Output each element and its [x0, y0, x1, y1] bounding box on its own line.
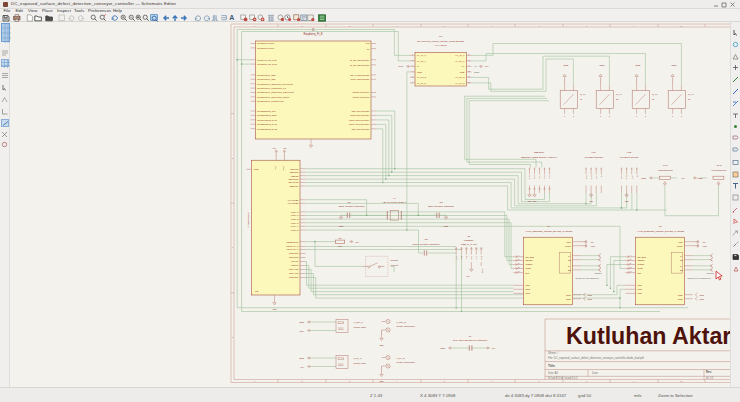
- svg-text:PD2/INT0: PD2/INT0: [289, 252, 299, 254]
- svg-text:Potentiometer: Potentiometer: [712, 169, 727, 172]
- svg-text:Size: A4: Size: A4: [548, 371, 558, 375]
- svg-text:SSD1306: SSD1306: [534, 151, 545, 154]
- svg-text:GND: GND: [588, 294, 593, 296]
- svg-text:J5: J5: [616, 98, 619, 100]
- svg-text:KiCad E.D.A. kicad 6.0.5: KiCad E.D.A. kicad 6.0.5: [548, 376, 578, 380]
- svg-text:9: 9: [630, 255, 631, 256]
- svg-text:GND: GND: [599, 64, 605, 67]
- svg-text:GND: GND: [588, 298, 593, 300]
- svg-text:11: 11: [518, 263, 520, 264]
- svg-text:A: A: [229, 14, 234, 21]
- svg-text:1: 1: [564, 115, 565, 117]
- svg-text:FT232RL: FT232RL: [464, 239, 475, 242]
- svg-text:VCC: VCC: [470, 255, 472, 259]
- svg-text:Power Jack: Power Jack: [354, 362, 367, 365]
- svg-text:1: 1: [412, 54, 413, 55]
- svg-text:11: 11: [468, 76, 470, 77]
- svg-text:Power Connector: Power Connector: [397, 361, 416, 364]
- svg-text:SSD1306 OLED Display (128x64): SSD1306 OLED Display (128x64): [521, 156, 557, 159]
- svg-text:GND: GND: [417, 71, 422, 73]
- svg-text:VDD: VDD: [566, 241, 571, 243]
- svg-text:GND: GND: [379, 344, 384, 346]
- svg-text:2: 2: [573, 115, 574, 117]
- svg-text:PC2/A2: PC2/A2: [291, 218, 299, 220]
- svg-text:12: 12: [630, 267, 632, 268]
- svg-text:Power Connector: Power Connector: [397, 325, 416, 328]
- svg-text:PD5/OC0: PD5/OC0: [289, 276, 299, 278]
- svg-text:1: 1: [600, 115, 601, 117]
- svg-text:+5V: +5V: [300, 366, 304, 368]
- svg-text:+5V: +5V: [681, 177, 685, 179]
- svg-text:6: 6: [412, 82, 413, 83]
- svg-text:Sheet: /: Sheet: /: [548, 351, 559, 355]
- svg-text:Power Jack: Power Jack: [354, 326, 367, 329]
- svg-text:GPIO5(5V/PWR1): GPIO5(5V/PWR1): [257, 47, 275, 49]
- svg-text:HV: HV: [474, 65, 478, 67]
- svg-text:PD4/T0: PD4/T0: [291, 260, 299, 262]
- svg-text:CTS: CTS: [475, 255, 477, 259]
- svg-text:5: 5: [412, 76, 413, 77]
- svg-text:8: 8: [586, 380, 588, 382]
- svg-text:+12V: +12V: [299, 330, 305, 332]
- svg-text:U4: U4: [547, 225, 551, 228]
- svg-text:1: 1: [254, 25, 256, 27]
- svg-text:1: 1: [672, 115, 673, 117]
- svg-text:3: 3: [349, 25, 351, 27]
- svg-text:DIR: DIR: [637, 272, 641, 274]
- svg-text:+5V: +5V: [466, 275, 470, 277]
- svg-text:GND: GND: [272, 308, 277, 310]
- svg-text:9: 9: [518, 255, 519, 256]
- svg-text:AVCC: AVCC: [282, 165, 284, 171]
- svg-text:J3: J3: [467, 235, 470, 238]
- svg-text:10: 10: [468, 71, 470, 72]
- svg-text:VCC: VCC: [620, 175, 622, 179]
- svg-text:NC: NC: [600, 175, 602, 178]
- svg-text:J_12V_2: J_12V_2: [397, 321, 407, 324]
- svg-text:SDA: SDA: [543, 174, 545, 178]
- svg-text:File: DC_exposed_surface_defec: File: DC_exposed_surface_defect_detectio…: [548, 356, 644, 360]
- svg-text:PC4/A4: PC4/A4: [291, 225, 299, 227]
- svg-text:SDA1 (I2C1/GPIO2): SDA1 (I2C1/GPIO2): [350, 74, 370, 76]
- svg-text:PD0/RX0/A6: PD0/RX0/A6: [286, 245, 299, 247]
- svg-text:Date:: Date:: [592, 371, 599, 375]
- svg-text:CE1 (SPI0/GPIO7): CE1 (SPI0/GPIO7): [352, 128, 370, 130]
- svg-text:GND: GND: [626, 175, 628, 180]
- svg-text:100nF Ceramic Capacitor: 100nF Ceramic Capacitor: [412, 243, 439, 246]
- svg-text:OUT: OUT: [631, 174, 633, 179]
- svg-text:NC: NC: [636, 175, 638, 178]
- svg-text:GPIO5 (GPCLK1): GPIO5 (GPCLK1): [352, 91, 369, 93]
- svg-text:J6: J6: [652, 98, 655, 100]
- svg-text:GND: GND: [528, 200, 533, 202]
- svg-text:SLEEP: SLEEP: [526, 263, 533, 265]
- svg-text:13: 13: [630, 271, 632, 272]
- svg-text:GND: GND: [528, 175, 530, 180]
- svg-text:STEP: STEP: [637, 267, 643, 269]
- svg-text:ENABLE: ENABLE: [637, 256, 646, 258]
- svg-text:+5V: +5V: [491, 347, 496, 350]
- svg-text:2: 2: [609, 115, 610, 117]
- svg-text:PC5/A5: PC5/A5: [291, 229, 299, 231]
- svg-text:+5V: +5V: [702, 241, 706, 243]
- svg-text:C3: C3: [424, 238, 428, 241]
- svg-text:+5V: +5V: [355, 241, 360, 244]
- svg-text:PB3/MOSI: PB3/MOSI: [288, 178, 299, 180]
- svg-text:STEP: STEP: [526, 267, 532, 269]
- svg-text:PC0/A0: PC0/A0: [291, 211, 299, 213]
- svg-text:GND: GND: [678, 294, 683, 296]
- svg-text:J4: J4: [580, 98, 583, 100]
- svg-text:J_5V_2: J_5V_2: [397, 357, 406, 360]
- svg-text:12: 12: [468, 82, 470, 83]
- svg-text:4: 4: [396, 380, 398, 382]
- svg-text:XXX-00000: XXX-00000: [435, 44, 448, 47]
- svg-text:2: 2: [645, 115, 646, 117]
- svg-text:MOSI (SPI0/GPIO10): MOSI (SPI0/GPIO10): [349, 119, 370, 121]
- svg-text:B: B: [232, 157, 234, 159]
- svg-text:RESET/PC6: RESET/PC6: [287, 241, 300, 243]
- svg-text:3: 3: [412, 65, 413, 66]
- svg-text:C4: C4: [468, 335, 472, 338]
- svg-text:ABL-16.000MHZ-B2-T: ABL-16.000MHZ-B2-T: [382, 201, 406, 204]
- svg-text:GND: GND: [440, 347, 445, 349]
- svg-text:GND: GND: [566, 294, 571, 296]
- svg-text:PD6/AIN0: PD6/AIN0: [289, 268, 299, 270]
- svg-text:1: 1: [254, 380, 256, 382]
